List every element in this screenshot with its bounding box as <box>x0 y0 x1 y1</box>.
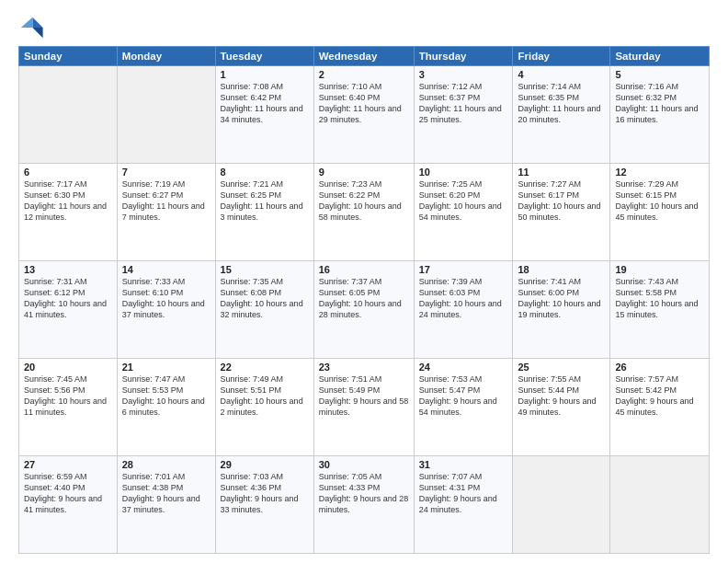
calendar-table: SundayMondayTuesdayWednesdayThursdayFrid… <box>18 46 710 554</box>
day-detail: Sunrise: 6:59 AM Sunset: 4:40 PM Dayligh… <box>24 471 112 516</box>
day-number: 31 <box>419 459 508 470</box>
calendar-cell: 11Sunrise: 7:27 AM Sunset: 6:17 PM Dayli… <box>513 164 610 261</box>
day-number: 12 <box>615 167 704 178</box>
calendar-cell: 2Sunrise: 7:10 AM Sunset: 6:40 PM Daylig… <box>313 66 414 164</box>
calendar-cell: 23Sunrise: 7:51 AM Sunset: 5:49 PM Dayli… <box>313 359 414 456</box>
day-number: 18 <box>518 264 605 275</box>
day-number: 29 <box>221 459 309 470</box>
day-header-thursday: Thursday <box>414 47 513 66</box>
day-detail: Sunrise: 7:51 AM Sunset: 5:49 PM Dayligh… <box>319 373 409 419</box>
day-number: 23 <box>319 362 409 373</box>
day-number: 11 <box>518 167 605 178</box>
day-header-monday: Monday <box>117 47 215 66</box>
calendar-cell: 21Sunrise: 7:47 AM Sunset: 5:53 PM Dayli… <box>117 359 215 456</box>
week-row-1: 6Sunrise: 7:17 AM Sunset: 6:30 PM Daylig… <box>19 164 710 261</box>
day-number: 20 <box>24 362 112 373</box>
day-number: 25 <box>518 362 605 373</box>
day-detail: Sunrise: 7:19 AM Sunset: 6:27 PM Dayligh… <box>122 178 210 224</box>
day-detail: Sunrise: 7:49 AM Sunset: 5:51 PM Dayligh… <box>221 373 309 419</box>
week-row-3: 20Sunrise: 7:45 AM Sunset: 5:56 PM Dayli… <box>19 359 710 456</box>
day-number: 13 <box>24 264 112 275</box>
week-row-4: 27Sunrise: 6:59 AM Sunset: 4:40 PM Dayli… <box>19 456 710 554</box>
svg-marker-0 <box>32 17 42 28</box>
calendar-cell <box>513 456 610 554</box>
calendar-cell <box>19 66 118 164</box>
day-number: 4 <box>518 69 605 80</box>
day-detail: Sunrise: 7:43 AM Sunset: 5:58 PM Dayligh… <box>615 276 704 321</box>
day-detail: Sunrise: 7:31 AM Sunset: 6:12 PM Dayligh… <box>24 276 112 321</box>
calendar-cell: 19Sunrise: 7:43 AM Sunset: 5:58 PM Dayli… <box>610 261 710 359</box>
day-detail: Sunrise: 7:17 AM Sunset: 6:30 PM Dayligh… <box>24 178 112 224</box>
day-detail: Sunrise: 7:45 AM Sunset: 5:56 PM Dayligh… <box>24 373 112 419</box>
calendar-cell: 1Sunrise: 7:08 AM Sunset: 6:42 PM Daylig… <box>215 66 313 164</box>
day-header-wednesday: Wednesday <box>313 47 414 66</box>
day-number: 28 <box>122 459 210 470</box>
day-number: 26 <box>615 362 704 373</box>
day-number: 9 <box>319 167 409 178</box>
calendar-cell: 14Sunrise: 7:33 AM Sunset: 6:10 PM Dayli… <box>117 261 215 359</box>
day-detail: Sunrise: 7:21 AM Sunset: 6:25 PM Dayligh… <box>221 178 309 224</box>
calendar-cell: 6Sunrise: 7:17 AM Sunset: 6:30 PM Daylig… <box>19 164 118 261</box>
day-number: 19 <box>615 264 704 275</box>
calendar-cell: 31Sunrise: 7:07 AM Sunset: 4:31 PM Dayli… <box>414 456 513 554</box>
calendar-cell: 16Sunrise: 7:37 AM Sunset: 6:05 PM Dayli… <box>313 261 414 359</box>
svg-marker-1 <box>32 28 42 38</box>
day-header-tuesday: Tuesday <box>215 47 313 66</box>
calendar-cell: 4Sunrise: 7:14 AM Sunset: 6:35 PM Daylig… <box>513 66 610 164</box>
calendar-cell: 27Sunrise: 6:59 AM Sunset: 4:40 PM Dayli… <box>19 456 118 554</box>
calendar-cell: 24Sunrise: 7:53 AM Sunset: 5:47 PM Dayli… <box>414 359 513 456</box>
day-number: 14 <box>122 264 210 275</box>
calendar-cell: 29Sunrise: 7:03 AM Sunset: 4:36 PM Dayli… <box>215 456 313 554</box>
day-detail: Sunrise: 7:35 AM Sunset: 6:08 PM Dayligh… <box>221 276 309 321</box>
week-row-2: 13Sunrise: 7:31 AM Sunset: 6:12 PM Dayli… <box>19 261 710 359</box>
day-detail: Sunrise: 7:10 AM Sunset: 6:40 PM Dayligh… <box>319 81 409 126</box>
day-header-sunday: Sunday <box>19 47 118 66</box>
calendar-cell: 17Sunrise: 7:39 AM Sunset: 6:03 PM Dayli… <box>414 261 513 359</box>
day-detail: Sunrise: 7:33 AM Sunset: 6:10 PM Dayligh… <box>122 276 210 321</box>
day-number: 3 <box>419 69 508 80</box>
day-detail: Sunrise: 7:03 AM Sunset: 4:36 PM Dayligh… <box>221 471 309 516</box>
page: SundayMondayTuesdayWednesdayThursdayFrid… <box>0 0 728 563</box>
day-number: 21 <box>122 362 210 373</box>
day-header-saturday: Saturday <box>610 47 710 66</box>
calendar-header-row: SundayMondayTuesdayWednesdayThursdayFrid… <box>19 47 710 66</box>
calendar-cell: 18Sunrise: 7:41 AM Sunset: 6:00 PM Dayli… <box>513 261 610 359</box>
day-detail: Sunrise: 7:14 AM Sunset: 6:35 PM Dayligh… <box>518 81 605 126</box>
day-number: 1 <box>221 69 309 80</box>
calendar-cell: 13Sunrise: 7:31 AM Sunset: 6:12 PM Dayli… <box>19 261 118 359</box>
day-detail: Sunrise: 7:55 AM Sunset: 5:44 PM Dayligh… <box>518 373 605 419</box>
calendar-cell: 22Sunrise: 7:49 AM Sunset: 5:51 PM Dayli… <box>215 359 313 456</box>
day-number: 10 <box>419 167 508 178</box>
day-detail: Sunrise: 7:05 AM Sunset: 4:33 PM Dayligh… <box>319 471 409 516</box>
day-number: 24 <box>419 362 508 373</box>
calendar-cell: 10Sunrise: 7:25 AM Sunset: 6:20 PM Dayli… <box>414 164 513 261</box>
calendar-cell: 3Sunrise: 7:12 AM Sunset: 6:37 PM Daylig… <box>414 66 513 164</box>
logo <box>18 15 48 40</box>
calendar-cell: 20Sunrise: 7:45 AM Sunset: 5:56 PM Dayli… <box>19 359 118 456</box>
day-detail: Sunrise: 7:39 AM Sunset: 6:03 PM Dayligh… <box>419 276 508 321</box>
day-number: 5 <box>615 69 704 80</box>
day-number: 2 <box>319 69 409 80</box>
day-number: 6 <box>24 167 112 178</box>
calendar-cell <box>610 456 710 554</box>
day-detail: Sunrise: 7:01 AM Sunset: 4:38 PM Dayligh… <box>122 471 210 516</box>
calendar-cell: 9Sunrise: 7:23 AM Sunset: 6:22 PM Daylig… <box>313 164 414 261</box>
calendar-cell: 28Sunrise: 7:01 AM Sunset: 4:38 PM Dayli… <box>117 456 215 554</box>
calendar-cell: 25Sunrise: 7:55 AM Sunset: 5:44 PM Dayli… <box>513 359 610 456</box>
day-detail: Sunrise: 7:12 AM Sunset: 6:37 PM Dayligh… <box>419 81 508 126</box>
header <box>18 15 710 40</box>
day-detail: Sunrise: 7:07 AM Sunset: 4:31 PM Dayligh… <box>419 471 508 516</box>
day-detail: Sunrise: 7:57 AM Sunset: 5:42 PM Dayligh… <box>615 373 704 419</box>
svg-marker-2 <box>21 17 33 28</box>
day-detail: Sunrise: 7:29 AM Sunset: 6:15 PM Dayligh… <box>615 178 704 224</box>
calendar-cell: 12Sunrise: 7:29 AM Sunset: 6:15 PM Dayli… <box>610 164 710 261</box>
day-detail: Sunrise: 7:25 AM Sunset: 6:20 PM Dayligh… <box>419 178 508 224</box>
day-detail: Sunrise: 7:16 AM Sunset: 6:32 PM Dayligh… <box>615 81 704 126</box>
day-number: 27 <box>24 459 112 470</box>
calendar-cell: 8Sunrise: 7:21 AM Sunset: 6:25 PM Daylig… <box>215 164 313 261</box>
day-detail: Sunrise: 7:27 AM Sunset: 6:17 PM Dayligh… <box>518 178 605 224</box>
day-detail: Sunrise: 7:53 AM Sunset: 5:47 PM Dayligh… <box>419 373 508 419</box>
day-number: 17 <box>419 264 508 275</box>
calendar-cell: 5Sunrise: 7:16 AM Sunset: 6:32 PM Daylig… <box>610 66 710 164</box>
calendar-cell: 15Sunrise: 7:35 AM Sunset: 6:08 PM Dayli… <box>215 261 313 359</box>
